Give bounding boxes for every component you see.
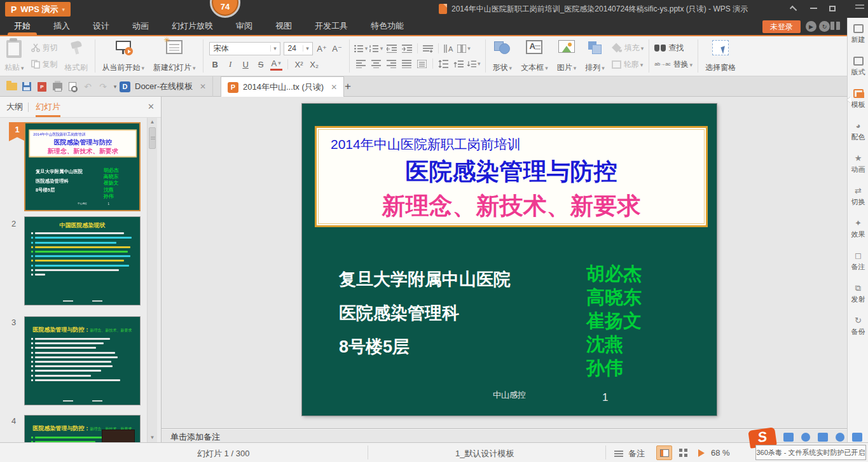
sidebar-item-animation[interactable]: ★ 动画 [848,153,868,183]
slide-thumbnail-3[interactable]: 医院感染管理与防控：新理念、新技术、新要求 [24,316,141,405]
tab-slides[interactable]: 幻灯片 [36,97,60,117]
slide-thumbnail-4[interactable]: 医院感染管理与防控：新理念、新技术、新要求 [24,415,141,442]
sidebar-item-backup[interactable]: ↻ 备份 [848,315,868,346]
save-button[interactable] [19,79,34,94]
align-center-button[interactable] [369,57,383,70]
undo-button[interactable]: ↶ [80,79,95,94]
align-right-button[interactable] [385,57,399,70]
underline-button[interactable]: U [240,59,252,71]
open-file-button[interactable] [4,79,19,94]
print-preview-button[interactable] [65,79,80,94]
doc-tab-docer[interactable]: D Docer-在线模板 ✕ [113,76,213,97]
line-spacing-button[interactable] [436,57,450,70]
textbox-button[interactable]: 文本框 [516,36,553,76]
justify-button[interactable] [400,57,414,70]
tab-animation[interactable]: 动画 [123,18,158,35]
close-panel-icon[interactable]: ✕ [148,102,155,111]
vertical-text-button[interactable]: A [442,42,456,55]
find-button[interactable]: 查找 [654,41,692,54]
distribute-button[interactable] [415,57,429,70]
minimize-button[interactable] [804,0,823,17]
notes-pane[interactable]: 单击添加备注 [162,428,847,442]
copy-button[interactable]: 复制 [31,58,58,71]
sidebar-item-layout[interactable]: 版式 [848,55,868,86]
space-after-button[interactable] [467,57,481,70]
login-button[interactable]: 未登录 [762,20,801,33]
score-badge[interactable]: 74 [210,0,240,18]
tab-developer[interactable]: 开发工具 [306,18,357,35]
scrollbar-thumb[interactable] [149,127,156,149]
replace-button[interactable]: ab→ac 替换 [654,58,692,71]
decrease-indent-button[interactable] [385,42,399,55]
doc-tab-current[interactable]: P 2014年中山...tx (只读) ✕ [221,76,344,97]
main-slide[interactable]: 2014年中山医院新职工岗前培训 医院感染管理与防控 新理念、新技术、新要求 复… [302,104,717,416]
align-left-button[interactable] [354,57,368,70]
numbering-button[interactable] [369,42,383,55]
tab-insert[interactable]: 插入 [45,18,79,35]
shrink-font-button[interactable]: A⁻ [331,43,343,55]
print-button[interactable] [50,79,65,94]
close-tab-icon[interactable]: ✕ [331,83,337,92]
columns-button[interactable] [457,42,471,55]
bullets-button[interactable] [354,42,368,55]
notes-toggle[interactable]: 备注 [628,448,645,459]
slide-thumbnail-2[interactable]: 中国医院感染现状 [24,216,141,305]
font-color-button[interactable]: A [270,59,282,71]
wps-menu-button[interactable]: P WPS 演示 ▾ [5,2,71,17]
skin-icon[interactable]: ▶ [806,21,816,32]
gift-icon[interactable] [830,22,840,30]
slideshow-button[interactable] [693,445,709,460]
tab-special-features[interactable]: 特色功能 [362,18,413,35]
strikethrough-button[interactable]: S [255,59,267,71]
zoom-level[interactable]: 68 % [711,448,730,458]
tab-view[interactable]: 视图 [266,18,301,35]
format-painter-button[interactable]: 格式刷 [60,36,92,76]
new-slide-button[interactable]: 新建幻灯片 [149,36,200,76]
slide-sorter-button[interactable] [675,445,691,460]
sidebar-item-colors[interactable]: ◕ 配色 [848,120,868,151]
selection-pane-button[interactable]: 选择窗格 [701,36,740,76]
arrange-button[interactable]: 排列 [581,36,609,76]
redo-button[interactable]: ↷ [95,79,111,94]
sidebar-item-transition[interactable]: ⇄ 切换 [848,185,868,216]
sidebar-item-new[interactable]: 新建 [848,23,868,53]
tab-slideshow[interactable]: 幻灯片放映 [163,18,222,35]
grow-font-button[interactable]: A⁺ [316,43,328,55]
outline-button[interactable]: 轮廓 [612,58,644,71]
bold-button[interactable]: B [209,59,221,71]
text-distribute-button[interactable] [421,42,435,55]
scroll-down-icon[interactable]: ▼ [148,433,157,442]
corner-menu-icon[interactable] [855,4,864,11]
cut-button[interactable]: 剪切 [31,41,58,54]
export-pdf-button[interactable]: P [34,79,50,94]
close-tab-icon[interactable]: ✕ [200,82,206,91]
font-size-select[interactable]: 24▾ [284,42,313,55]
collapse-ribbon-button[interactable] [785,0,804,17]
space-before-button[interactable] [451,57,465,70]
sidebar-item-notes[interactable]: ◻ 备注 [848,250,868,281]
maximize-button[interactable] [823,0,842,17]
superscript-button[interactable]: X² [293,59,305,71]
sidebar-item-template[interactable]: 模板 [848,88,868,118]
thumbnails-scrollbar[interactable]: ▲ ▼ [147,118,157,442]
shapes-button[interactable]: 形状 [488,36,517,76]
play-from-current-button[interactable]: 从当前开始 [98,36,149,76]
sidebar-item-effects[interactable]: ✦ 效果 [848,218,868,248]
fill-button[interactable]: 填充 [612,41,644,54]
font-name-select[interactable]: 宋体▾ [209,42,280,55]
italic-button[interactable]: I [224,59,237,71]
tab-design[interactable]: 设计 [84,18,118,35]
scroll-up-icon[interactable]: ▲ [148,118,157,127]
increase-indent-button[interactable] [400,42,414,55]
feedback-icon[interactable]: ↻ [819,21,830,32]
tab-review[interactable]: 审阅 [227,18,261,35]
tab-outline[interactable]: 大纲 [6,97,23,117]
slide-thumbnail-1[interactable]: 2014年中山医院新职工岗前培训 医院感染管理与防控 新理念、新技术、新要求 复… [24,122,141,211]
sidebar-item-share[interactable]: ⧉ 发射 [848,283,868,313]
normal-view-button[interactable] [656,445,672,460]
subscript-button[interactable]: X₂ [308,59,320,71]
picture-button[interactable]: 图片 [553,36,581,76]
tab-home[interactable]: 开始 [5,18,39,35]
new-tab-button[interactable] [341,80,354,93]
slide-title-box[interactable]: 2014年中山医院新职工岗前培训 医院感染管理与防控 新理念、新技术、新要求 [315,126,708,227]
